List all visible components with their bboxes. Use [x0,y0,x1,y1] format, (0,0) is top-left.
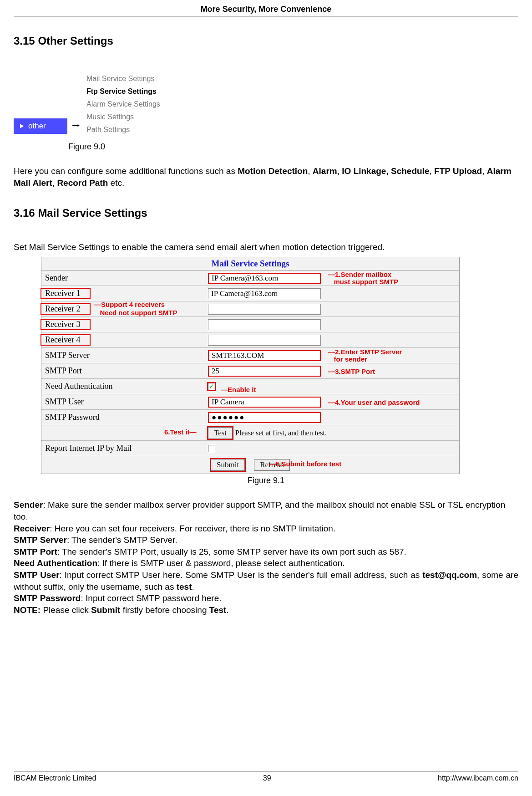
annot-enable-it: —Enable it [221,386,256,393]
input-smtp-password[interactable]: ●●●●●● [208,412,321,423]
figure-9-0-area: other → Mail Service Settings Ftp Servic… [14,75,518,134]
other-tab-label: other [28,122,46,131]
figure-9-1-caption: Figure 9.1 [14,476,518,485]
annot-sender: —1.Sender mailbox must support SMTP [328,271,398,286]
heading-3-15: 3.15 Other Settings [14,35,518,47]
page-footer: IBCAM Electronic Limited 39 http://www.i… [14,771,518,782]
annot-test-it: 6.Test it— [164,428,197,436]
label-need-auth: Need Authentication [41,382,205,391]
label-receiver1: Receiver 1 [41,289,90,298]
row-smtp-user: SMTP User IP Camera —4.Your user and pas… [41,394,459,410]
annot-receivers: —Support 4 receivers Need not support SM… [94,301,177,316]
input-sender[interactable]: IP Camera@163.com [208,273,321,284]
figure-9-0-caption: Figure 9.0 [68,142,518,152]
menu-ftp-service[interactable]: Ftp Service Settings [86,87,160,96]
row-need-auth: Need Authentication ✓ —Enable it [41,379,459,394]
input-receiver3[interactable] [208,319,321,330]
menu-path-settings[interactable]: Path Settings [86,126,160,134]
label-smtp-user: SMTP User [41,397,205,407]
row-smtp-server: SMTP Server SMTP.163.COM —2.Enter SMTP S… [41,348,459,363]
label-smtp-port: SMTP Port [41,366,205,376]
heading-3-16: 3.16 Mail Service Settings [14,207,518,219]
other-tab[interactable]: other [14,118,67,134]
settings-menu: Mail Service Settings Ftp Service Settin… [86,75,160,134]
row-receiver4: Receiver 4 [41,332,459,348]
row-smtp-port: SMTP Port 25 —3.SMTP Port [41,363,459,379]
arrow-icon: → [70,118,82,134]
input-receiver4[interactable] [208,335,321,346]
checkbox-report-ip[interactable] [208,445,215,452]
row-report-ip: Report Internet IP by Mail [41,441,459,456]
mail-table-title: Mail Service Settings [41,257,459,270]
annot-submit-before-test: —5.Submit before test [269,460,341,468]
row-test: Test Please set at first, and then test.… [41,425,459,441]
footer-url: http://www.ibcam.com.cn [438,774,518,782]
checkbox-need-auth[interactable]: ✓ [208,383,215,390]
para-315: Here you can configure some additional f… [14,165,518,189]
input-smtp-user[interactable]: IP Camera [208,397,321,408]
annot-smtp-port: —3.SMTP Port [328,367,375,375]
label-smtp-server: SMTP Server [41,351,205,360]
menu-mail-service[interactable]: Mail Service Settings [86,75,160,83]
input-receiver2[interactable] [208,304,321,315]
label-report-ip: Report Internet IP by Mail [41,444,205,453]
row-sender: Sender IP Camera@163.com —1.Sender mailb… [41,270,459,286]
annot-user-pass: —4.Your user and password [328,398,420,406]
play-icon [20,124,24,128]
input-smtp-port[interactable]: 25 [208,366,321,377]
label-smtp-password: SMTP Password [41,413,205,422]
row-submit: Submit Refresh —5.Submit before test [41,456,459,474]
row-receiver3: Receiver 3 [41,317,459,332]
mail-settings-table: Mail Service Settings Sender IP Camera@1… [41,257,460,474]
label-receiver4: Receiver 4 [41,335,90,345]
row-receiver2: Receiver 2 —Support 4 receivers Need not… [41,301,459,317]
label-receiver2: Receiver 2 [41,304,90,314]
row-smtp-password: SMTP Password ●●●●●● [41,410,459,425]
test-button[interactable]: Test [208,427,233,439]
label-sender: Sender [41,273,205,283]
page-header: More Security, More Convenience [14,0,518,16]
row-receiver1: Receiver 1 IP Camera@163.com [41,286,459,301]
submit-button[interactable]: Submit [211,459,245,471]
definitions: Sender: Make sure the sender mailbox ser… [14,499,518,616]
footer-page-number: 39 [263,774,271,782]
footer-left: IBCAM Electronic Limited [14,774,96,782]
annot-smtp-server: —2.Enter SMTP Server for sender [328,348,402,363]
input-smtp-server[interactable]: SMTP.163.COM [208,350,321,361]
para-316-intro: Set Mail Service Settings to enable the … [14,242,518,252]
menu-alarm-service[interactable]: Alarm Service Settings [86,100,160,108]
label-receiver3: Receiver 3 [41,320,90,329]
input-receiver1[interactable]: IP Camera@163.com [208,288,321,299]
menu-music-settings[interactable]: Music Settings [86,113,160,121]
test-hint: Please set at first, and then test. [235,429,327,437]
